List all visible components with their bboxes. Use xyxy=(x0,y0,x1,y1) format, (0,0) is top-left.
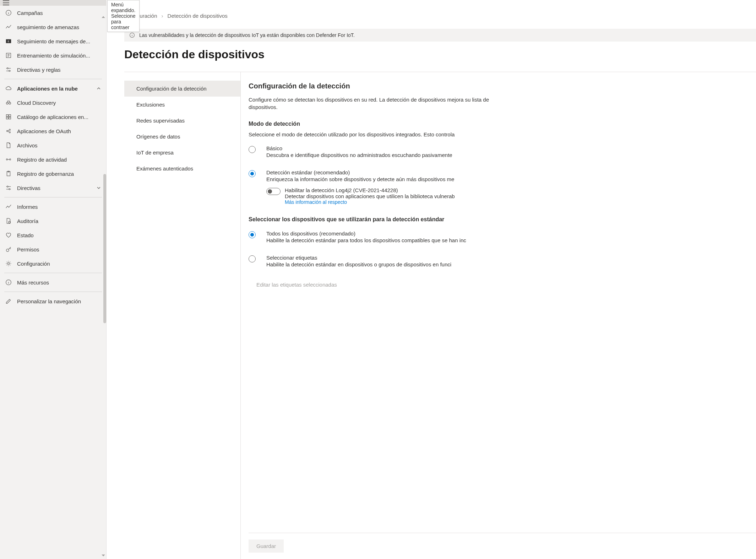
info-icon xyxy=(129,32,135,38)
radio-basic-label: Básico xyxy=(266,145,756,151)
sidebar-item-auditoria[interactable]: Auditoría xyxy=(0,214,106,228)
sidebar: Menú expandido. Seleccione para contraer… xyxy=(0,0,107,559)
cloud-icon xyxy=(5,85,12,92)
svg-rect-18 xyxy=(9,117,11,119)
radio-standard-desc: Enriquezca la información sobre disposit… xyxy=(266,176,756,182)
toggle-log4j-desc: Detectar dispositivos con aplicaciones q… xyxy=(285,193,756,199)
sidebar-item-estado[interactable]: Estado xyxy=(0,228,106,242)
page-title: Detección de dispositivos xyxy=(124,48,756,61)
svg-line-23 xyxy=(8,131,9,132)
binoculars-icon xyxy=(5,99,12,106)
svg-point-25 xyxy=(10,159,11,160)
radio-basic[interactable] xyxy=(249,146,256,153)
sidebar-item-label: Configuración xyxy=(17,261,50,267)
sidebar-item-registro-actividad[interactable]: Registro de actividad xyxy=(0,152,106,167)
subnav-redes-supervisadas[interactable]: Redes supervisadas xyxy=(124,113,240,129)
sidebar-item-label: Auditoría xyxy=(17,218,38,224)
sidebar-item-configuracion[interactable]: Configuración xyxy=(0,256,106,271)
radio-select-tags[interactable] xyxy=(249,255,256,262)
sidebar-section-label: Aplicaciones en la nube xyxy=(17,86,78,92)
subnav: Configuración de la detección Exclusione… xyxy=(124,72,241,559)
divider xyxy=(4,79,102,79)
sidebar-item-informes[interactable]: Informes xyxy=(0,200,106,214)
svg-point-32 xyxy=(9,189,10,190)
info-banner: Las vulnerabilidades y la detección de d… xyxy=(124,29,756,42)
radio-all-devices[interactable] xyxy=(249,231,256,238)
divider xyxy=(4,197,102,197)
training-icon xyxy=(5,52,12,59)
toggle-log4j[interactable] xyxy=(266,188,281,195)
scroll-down-icon[interactable] xyxy=(101,553,105,558)
svg-rect-16 xyxy=(9,115,11,116)
panel-title: Configuración de la detección xyxy=(249,82,756,90)
svg-rect-17 xyxy=(6,117,8,119)
scroll-up-icon[interactable] xyxy=(101,15,105,19)
radio-standard[interactable] xyxy=(249,170,256,177)
sliders-icon xyxy=(5,184,12,191)
exchange-icon: E xyxy=(5,38,12,45)
radio-select-tags-label: Seleccionar etiquetas xyxy=(266,255,756,261)
radio-select-tags-desc: Habilite la detección estándar en dispos… xyxy=(266,261,756,267)
sidebar-item-mas-recursos[interactable]: Más recursos xyxy=(0,275,106,289)
mode-label: Modo de detección xyxy=(249,121,756,127)
subnav-configuracion-deteccion[interactable]: Configuración de la detección xyxy=(124,81,240,97)
svg-point-37 xyxy=(7,262,9,264)
sidebar-item-label: Estado xyxy=(17,232,34,238)
log4j-more-info-link[interactable]: Más información al respecto xyxy=(285,199,756,205)
edit-icon xyxy=(5,298,12,305)
sidebar-item-directivas-reglas[interactable]: Directivas y reglas xyxy=(0,63,106,77)
banner-text: Las vulnerabilidades y la detección de d… xyxy=(139,32,355,38)
svg-rect-15 xyxy=(6,115,8,116)
sidebar-item-entrenamiento[interactable]: Entrenamiento de simulación... xyxy=(0,48,106,63)
radio-basic-desc: Descubra e identifique dispositivos no a… xyxy=(266,152,756,158)
sidebar-item-label: Entrenamiento de simulación... xyxy=(17,53,90,59)
sidebar-item-permisos[interactable]: Permisos xyxy=(0,242,106,256)
sidebar-item-label: Catálogo de aplicaciones en... xyxy=(17,114,88,120)
mode-help: Seleccione el modo de detección utilizad… xyxy=(249,131,756,137)
sidebar-item-archivos[interactable]: Archivos xyxy=(0,138,106,152)
panel-footer: Guardar xyxy=(249,533,756,559)
settings-panel: Configuración de la detección Configure … xyxy=(241,72,756,559)
report-icon xyxy=(5,203,12,210)
svg-text:E: E xyxy=(8,40,10,43)
sidebar-item-label: Cloud Discovery xyxy=(17,100,56,106)
svg-point-21 xyxy=(9,132,11,133)
sidebar-item-catalogo[interactable]: Catálogo de aplicaciones en... xyxy=(0,110,106,124)
sidebar-section-aplicaciones-nube[interactable]: Aplicaciones en la nube xyxy=(0,81,106,96)
radio-all-devices-label: Todos los dispositivos (recomendado) xyxy=(266,230,756,237)
sidebar-item-registro-gobernanza[interactable]: Registro de gobernanza xyxy=(0,167,106,181)
save-button[interactable]: Guardar xyxy=(249,539,284,553)
sidebar-item-seguimiento-mensajes[interactable]: E Seguimiento de mensajes de... xyxy=(0,34,106,48)
select-devices-label: Seleccionar los dispositivos que se util… xyxy=(249,216,756,223)
subnav-exclusiones[interactable]: Exclusiones xyxy=(124,97,240,113)
sidebar-item-label: Campañas xyxy=(17,10,43,16)
sidebar-item-campanas[interactable]: Campañas xyxy=(0,6,106,20)
oauth-icon xyxy=(5,127,12,135)
chart-icon xyxy=(5,23,12,31)
svg-point-19 xyxy=(7,130,8,132)
file-icon xyxy=(5,142,12,149)
sidebar-item-personalizar[interactable]: Personalizar la navegación xyxy=(0,294,106,308)
tooltip: Menú expandido. Seleccione para contraer xyxy=(107,0,140,32)
scrollbar-thumb[interactable] xyxy=(103,174,106,323)
sidebar-item-oauth[interactable]: Aplicaciones de OAuth xyxy=(0,124,106,138)
subnav-origenes-datos[interactable]: Orígenes de datos xyxy=(124,129,240,145)
sidebar-item-seguimiento-amenazas[interactable]: seguimiento de amenazas xyxy=(0,20,106,34)
sidebar-item-label: Personalizar la navegación xyxy=(17,298,81,304)
audit-icon xyxy=(5,217,12,224)
sidebar-item-label: Aplicaciones de OAuth xyxy=(17,128,71,134)
svg-line-22 xyxy=(8,130,9,131)
svg-point-30 xyxy=(7,186,9,188)
activity-icon xyxy=(5,156,12,163)
sidebar-item-cloud-discovery[interactable]: Cloud Discovery xyxy=(0,96,106,110)
heart-icon xyxy=(5,232,12,239)
key-icon xyxy=(5,246,12,253)
subnav-iot-empresa[interactable]: IoT de empresa xyxy=(124,145,240,161)
breadcrumb: Configuración › Detección de dispositivo… xyxy=(124,13,756,19)
hamburger-icon[interactable] xyxy=(3,0,9,5)
subnav-examenes-autenticados[interactable]: Exámenes autenticados xyxy=(124,161,240,177)
svg-point-13 xyxy=(6,102,8,104)
sidebar-item-directivas[interactable]: Directivas xyxy=(0,181,106,195)
svg-point-34 xyxy=(6,249,9,251)
svg-line-35 xyxy=(9,247,11,249)
